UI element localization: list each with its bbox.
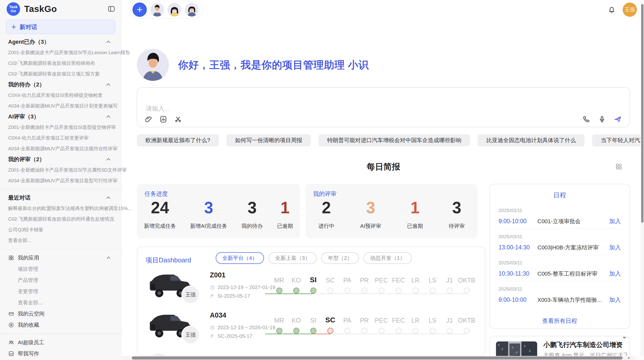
sidebar-task-item[interactable]: C02-飞腾新能源轻客改款项目立项汇报方案	[8, 69, 115, 79]
app-sub-item[interactable]: 产品管理	[8, 275, 115, 286]
people-icon	[8, 339, 14, 346]
sidebar-task-item[interactable]: Z001-全新燃油皮卡产品开发项目SI节点Lesson Learn报告	[8, 47, 115, 58]
send-icon[interactable]	[614, 115, 622, 123]
join-meeting-link[interactable]: 加入	[609, 244, 621, 251]
sidebar-item-ai-employee[interactable]: AI超级员工	[8, 337, 115, 348]
milestone-dot[interactable]	[447, 328, 453, 334]
image-icon[interactable]	[159, 115, 167, 123]
milestone-dot[interactable]	[344, 328, 350, 334]
milestone-dot[interactable]	[378, 288, 385, 294]
sidebar-section-recent[interactable]: 最近对话	[8, 192, 115, 203]
scroll-right-arrow-icon[interactable]	[627, 356, 631, 360]
suggestion-chip[interactable]: 比亚迪全固态电池计划具体说了什么	[478, 134, 584, 146]
sidebar-section-header[interactable]: Agent已办（3）	[8, 37, 115, 47]
sidebar-task-item[interactable]: C0X4-动力总成开发项目工程变更评审	[8, 133, 115, 143]
microphone-icon[interactable]	[598, 115, 606, 123]
milestone-dot[interactable]	[396, 288, 402, 294]
sidebar-task-item[interactable]: Z001-全新燃油轻卡产品开发项目SI造型提交物评审	[8, 122, 115, 133]
sidebar-item-help-write[interactable]: 帮我写作	[8, 348, 115, 359]
join-meeting-link[interactable]: 加入	[609, 270, 621, 278]
milestone-dot[interactable]	[396, 328, 402, 334]
agent-avatar-1[interactable]	[150, 3, 164, 17]
milestone-dot[interactable]	[361, 288, 368, 294]
dashboard-tab[interactable]: 全新平台（4）	[216, 252, 264, 264]
milestone-dot[interactable]	[293, 288, 299, 294]
sidebar-task-item[interactable]: Z001-全新燃油轻卡产品开发项目SI节点属性5D文件评审	[8, 165, 115, 175]
my-review-card: 我的评审 2 进行中 3 AI预评审 1 已逾期 3 待评审	[305, 184, 478, 238]
layout-grid-icon[interactable]	[615, 163, 623, 170]
chat-composer[interactable]: 请输入...	[137, 87, 630, 127]
suggestion-chip[interactable]: 如何写一份清晰的项目周报	[226, 134, 311, 146]
agent-avatar-2[interactable]	[168, 3, 181, 17]
vertical-scrollbar-thumb[interactable]	[641, 4, 643, 223]
milestone-dot[interactable]	[327, 288, 333, 294]
milestone-dot[interactable]	[430, 288, 436, 294]
project-row[interactable]: 王强 Z001 2023-12-19 ~ 2027-01-19 SI-2025-…	[145, 270, 482, 310]
stat: 3 AI预评审	[360, 200, 381, 230]
sidebar-task-item[interactable]: A034-全新新能源MUV产品开发项目计划变更表编写	[8, 101, 115, 111]
milestone-dot[interactable]	[276, 328, 282, 334]
suggestion-chip[interactable]: 特朗普可能对进口汽车增税会对中国车企造成哪些影响	[318, 134, 470, 146]
sidebar-item-my-apps[interactable]: 我的应用	[8, 252, 115, 263]
milestone-dot[interactable]	[464, 288, 470, 294]
app-logo-line1: Task	[9, 5, 18, 9]
schedule-event-title: C001-立项审批会	[530, 218, 609, 225]
milestone-dot[interactable]	[344, 288, 350, 294]
recent-conversation-item[interactable]: 公司Q3轻卡销量	[8, 224, 115, 235]
join-meeting-link[interactable]: 加入	[609, 217, 621, 225]
milestone-dot[interactable]	[361, 328, 368, 334]
recent-view-all-link[interactable]: 查看全部...	[8, 235, 115, 246]
scissors-icon[interactable]	[174, 115, 182, 123]
milestone-dot[interactable]	[293, 328, 299, 334]
sidebar-header: Task Go TaskGo	[6, 0, 115, 18]
dashboard-tab[interactable]: 全新上装（3）	[269, 252, 317, 264]
suggestion-chip[interactable]: 欧洲新规最近颁布了什么?	[137, 134, 219, 146]
sidebar-section-header[interactable]: AI评审（3）	[8, 111, 115, 122]
recent-conversation-item[interactable]: C02-飞腾新能源轻客改款项目的闭环通告反馈情况	[8, 214, 115, 224]
sidebar-item-cloud-space[interactable]: 我的云空间	[8, 308, 115, 319]
milestone-dot[interactable]	[276, 288, 282, 294]
horizontal-scrollbar[interactable]	[122, 356, 644, 360]
milestone-dot[interactable]	[447, 288, 453, 294]
scroll-down-arrow-icon[interactable]	[622, 335, 627, 341]
dashboard-tab[interactable]: 动总开发（1）	[363, 252, 412, 264]
sidebar-task-item[interactable]: A034-全新新能源MUV产品开发项目法规符合性评审	[8, 143, 115, 154]
sidebar-task-item[interactable]: C0X4-动力总成开发项目SI里程碑提交物检查	[8, 90, 115, 101]
dashboard-tab[interactable]: 年型（2）	[321, 252, 359, 264]
new-chat-button[interactable]: 新对话	[6, 20, 115, 34]
apps-view-all-link[interactable]: 查看全部...	[8, 297, 115, 308]
schedule-event-title: C005-整车工程目标评审	[530, 270, 609, 278]
suggestion-chip[interactable]: 当下年轻人对汽车外观有怎样的喜好趋势	[592, 134, 644, 146]
sidebar-item-favorites[interactable]: 我的收藏	[8, 319, 115, 331]
user-avatar[interactable]: 王强	[623, 3, 637, 17]
sidebar-task-item[interactable]: C02-飞腾新能源轻客改款项目里程碑画布	[8, 58, 115, 69]
project-row[interactable]: 王强 A034 2023-12-19 ~ 2026-01-19 SC-2025-…	[145, 310, 482, 350]
view-all-schedule-link[interactable]: 查看所有日程	[490, 317, 630, 325]
sidebar-section-header[interactable]: 我的待办（2）	[8, 79, 115, 90]
schedule-time: 13:00-14:30	[499, 244, 530, 251]
paperclip-icon[interactable]	[144, 115, 153, 123]
milestone-dot[interactable]	[413, 328, 419, 334]
recent-conversation-item[interactable]: 解释最新出台的欧盟报废车法规再生塑料比例被调至15%...	[8, 203, 115, 214]
add-agent-button[interactable]	[133, 3, 147, 17]
horizontal-scrollbar-thumb[interactable]	[132, 356, 623, 359]
app-sub-item[interactable]: 项目管理	[8, 263, 115, 275]
agent-avatar-3[interactable]	[185, 3, 199, 17]
milestone-dot[interactable]	[378, 328, 385, 334]
sidebar-section-header[interactable]: 我的评审（2）	[8, 154, 115, 165]
sidebar-collapse-icon[interactable]	[108, 5, 115, 13]
milestone-dot[interactable]	[464, 328, 470, 334]
notification-bell-icon[interactable]	[607, 5, 616, 14]
milestone-dot[interactable]	[310, 288, 316, 294]
app-sub-item[interactable]: 变更管理	[8, 286, 115, 297]
chevron-up-icon	[105, 113, 112, 120]
join-meeting-link[interactable]: 加入	[609, 296, 621, 304]
milestone-dot[interactable]	[310, 328, 316, 334]
sidebar-task-item[interactable]: A034-全新新能源MUV产品开发项目造型可行性评审	[8, 175, 115, 186]
milestone-dot[interactable]	[327, 328, 333, 334]
milestone-dot[interactable]	[413, 288, 419, 294]
vertical-scrollbar[interactable]	[640, 0, 644, 356]
milestone-dot[interactable]	[430, 328, 436, 334]
phone-icon[interactable]	[582, 115, 590, 123]
news-card[interactable]: 小鹏飞行汽车制造公司增资 天眼查 App 显示，近日广州汇天飞行汽...	[489, 336, 630, 356]
